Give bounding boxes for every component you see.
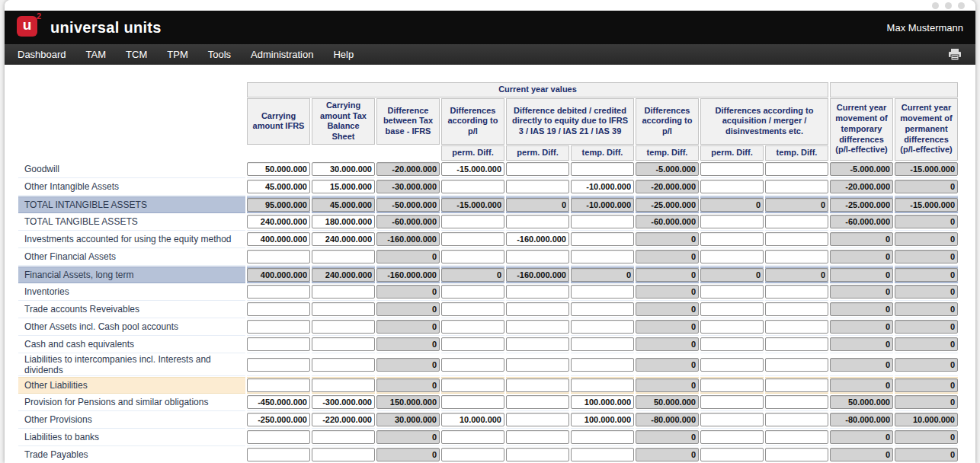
- value-input[interactable]: [765, 162, 828, 176]
- nav-item-help[interactable]: Help: [323, 44, 363, 65]
- value-input[interactable]: [441, 215, 504, 228]
- value-input[interactable]: [312, 378, 375, 392]
- value-input[interactable]: [765, 358, 828, 372]
- value-input[interactable]: [700, 430, 764, 444]
- value-input[interactable]: [765, 285, 828, 299]
- value-input[interactable]: [247, 337, 310, 351]
- nav-item-administration[interactable]: Administration: [241, 44, 323, 65]
- value-input[interactable]: [312, 430, 375, 444]
- value-input[interactable]: [247, 250, 310, 263]
- value-input[interactable]: [700, 162, 764, 176]
- value-input[interactable]: [506, 162, 569, 176]
- app-logo[interactable]: u 2: [17, 16, 40, 39]
- value-input[interactable]: [700, 320, 764, 334]
- value-input[interactable]: [700, 180, 764, 193]
- value-input[interactable]: [765, 250, 828, 263]
- value-input[interactable]: [506, 448, 569, 461]
- value-input[interactable]: [571, 215, 634, 228]
- value-input[interactable]: [312, 232, 375, 246]
- value-input[interactable]: [247, 162, 310, 176]
- value-input[interactable]: [765, 337, 828, 351]
- value-input[interactable]: [247, 180, 310, 193]
- value-input[interactable]: [441, 430, 504, 444]
- value-input[interactable]: [765, 378, 828, 392]
- value-input[interactable]: [765, 430, 828, 444]
- value-input[interactable]: [247, 215, 310, 228]
- nav-item-tools[interactable]: Tools: [198, 44, 241, 65]
- value-input[interactable]: [247, 395, 310, 409]
- value-input[interactable]: [441, 250, 504, 263]
- value-input[interactable]: [571, 180, 634, 193]
- value-input[interactable]: [441, 358, 504, 372]
- value-input[interactable]: [506, 378, 569, 392]
- value-input[interactable]: [247, 430, 310, 444]
- value-input[interactable]: [247, 232, 310, 246]
- value-input[interactable]: [506, 215, 569, 228]
- print-button[interactable]: [948, 49, 962, 61]
- value-input[interactable]: [700, 232, 764, 246]
- value-input[interactable]: [700, 215, 764, 228]
- value-input[interactable]: [571, 413, 634, 426]
- nav-item-tpm[interactable]: TPM: [157, 44, 197, 65]
- value-input[interactable]: [700, 395, 764, 409]
- value-input[interactable]: [571, 378, 634, 392]
- value-input[interactable]: [700, 285, 764, 299]
- value-input[interactable]: [765, 448, 828, 461]
- value-input[interactable]: [441, 285, 504, 299]
- value-input[interactable]: [441, 337, 504, 351]
- value-input[interactable]: [506, 395, 569, 409]
- value-input[interactable]: [571, 285, 634, 299]
- value-input[interactable]: [312, 285, 375, 299]
- value-input[interactable]: [506, 430, 569, 444]
- value-input[interactable]: [571, 302, 634, 316]
- value-input[interactable]: [312, 215, 375, 228]
- value-input[interactable]: [571, 395, 634, 409]
- value-input[interactable]: [700, 337, 764, 351]
- value-input[interactable]: [312, 395, 375, 409]
- value-input[interactable]: [765, 320, 828, 334]
- value-input[interactable]: [571, 250, 634, 263]
- value-input[interactable]: [506, 180, 569, 193]
- value-input[interactable]: [441, 413, 504, 426]
- value-input[interactable]: [441, 320, 504, 334]
- value-input[interactable]: [441, 162, 504, 176]
- value-input[interactable]: [765, 395, 828, 409]
- value-input[interactable]: [765, 413, 828, 426]
- value-input[interactable]: [765, 232, 828, 246]
- value-input[interactable]: [312, 320, 375, 334]
- value-input[interactable]: [571, 337, 634, 351]
- value-input[interactable]: [700, 378, 764, 392]
- value-input[interactable]: [312, 250, 375, 263]
- value-input[interactable]: [765, 215, 828, 228]
- value-input[interactable]: [571, 320, 634, 334]
- value-input[interactable]: [700, 302, 764, 316]
- value-input[interactable]: [506, 320, 569, 334]
- value-input[interactable]: [506, 302, 569, 316]
- value-input[interactable]: [247, 320, 310, 334]
- nav-item-tam[interactable]: TAM: [76, 44, 116, 65]
- value-input[interactable]: [571, 358, 634, 372]
- value-input[interactable]: [571, 430, 634, 444]
- value-input[interactable]: [506, 358, 569, 372]
- value-input[interactable]: [506, 337, 569, 351]
- value-input[interactable]: [441, 395, 504, 409]
- value-input[interactable]: [765, 180, 828, 193]
- value-input[interactable]: [506, 232, 569, 246]
- value-input[interactable]: [247, 448, 310, 461]
- value-input[interactable]: [571, 162, 634, 176]
- value-input[interactable]: [441, 302, 504, 316]
- nav-item-tcm[interactable]: TCM: [116, 44, 157, 65]
- value-input[interactable]: [506, 413, 569, 426]
- value-input[interactable]: [441, 448, 504, 461]
- value-input[interactable]: [312, 358, 375, 372]
- value-input[interactable]: [312, 302, 375, 316]
- value-input[interactable]: [441, 232, 504, 246]
- value-input[interactable]: [312, 162, 375, 176]
- value-input[interactable]: [312, 413, 375, 426]
- value-input[interactable]: [765, 302, 828, 316]
- value-input[interactable]: [700, 413, 764, 426]
- value-input[interactable]: [312, 448, 375, 461]
- value-input[interactable]: [247, 358, 310, 372]
- value-input[interactable]: [700, 358, 764, 372]
- value-input[interactable]: [506, 285, 569, 299]
